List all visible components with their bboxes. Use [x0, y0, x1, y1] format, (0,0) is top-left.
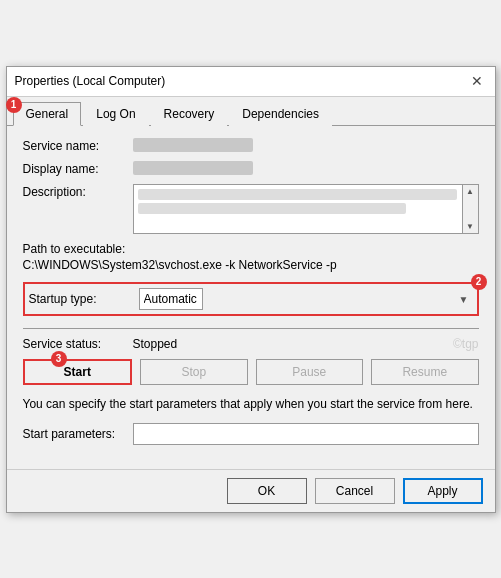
properties-window: Properties (Local Computer) ✕ 1 General … [6, 66, 496, 513]
display-name-blurred [133, 161, 253, 175]
status-label: Service status: [23, 337, 133, 351]
startup-label: Startup type: [29, 292, 139, 306]
display-name-value [133, 161, 479, 175]
title-bar: Properties (Local Computer) ✕ [7, 67, 495, 97]
params-input[interactable] [133, 423, 479, 445]
watermark: ©tgp [453, 337, 479, 351]
service-name-row: Service name: [23, 138, 479, 153]
pause-button[interactable]: Pause [256, 359, 364, 385]
status-row: Service status: Stopped ©tgp [23, 337, 479, 351]
startup-type-row: Startup type: Automatic Manual Disabled … [23, 282, 479, 316]
stop-button[interactable]: Stop [140, 359, 248, 385]
path-label: Path to executable: [23, 242, 479, 256]
chevron-down-icon: ▼ [459, 293, 469, 304]
path-section: Path to executable: C:\WINDOWS\System32\… [23, 242, 479, 272]
tab-dependencies[interactable]: Dependencies [229, 102, 332, 126]
divider [23, 328, 479, 329]
scroll-down-icon[interactable]: ▼ [466, 222, 474, 231]
content-area: Service name: Display name: Description:… [7, 126, 495, 469]
description-label: Description: [23, 184, 133, 199]
description-blurred [138, 189, 457, 200]
description-scrollbar[interactable]: ▲ ▼ [462, 185, 478, 233]
service-buttons-row: 3 Start Stop Pause Resume [23, 359, 479, 385]
tab-bar: 1 General Log On Recovery Dependencies [7, 97, 495, 126]
startup-select[interactable]: Automatic Manual Disabled [139, 288, 203, 310]
params-row: Start parameters: [23, 423, 479, 445]
window-title: Properties (Local Computer) [15, 74, 166, 88]
path-value: C:\WINDOWS\System32\svchost.exe -k Netwo… [23, 258, 479, 272]
badge-2: 2 [471, 274, 487, 290]
description-row: Description: ▲ ▼ [23, 184, 479, 234]
service-name-value [133, 138, 479, 152]
tab-logon[interactable]: Log On [83, 102, 148, 126]
description-box[interactable]: ▲ ▼ [133, 184, 479, 234]
scroll-up-icon[interactable]: ▲ [466, 187, 474, 196]
tab-general[interactable]: 1 General [13, 102, 82, 126]
tab-recovery[interactable]: Recovery [151, 102, 228, 126]
close-button[interactable]: ✕ [467, 71, 487, 91]
apply-button[interactable]: Apply [403, 478, 483, 504]
cancel-button[interactable]: Cancel [315, 478, 395, 504]
start-button[interactable]: Start [23, 359, 133, 385]
footer: OK Cancel Apply [7, 469, 495, 512]
display-name-label: Display name: [23, 161, 133, 176]
params-label: Start parameters: [23, 427, 133, 441]
badge-3: 3 [51, 351, 67, 367]
startup-select-wrapper: Automatic Manual Disabled ▼ [139, 288, 473, 310]
info-text: You can specify the start parameters tha… [23, 395, 479, 413]
service-name-label: Service name: [23, 138, 133, 153]
resume-button[interactable]: Resume [371, 359, 479, 385]
badge-1: 1 [6, 97, 22, 113]
display-name-row: Display name: [23, 161, 479, 176]
description-blurred2 [138, 203, 407, 214]
ok-button[interactable]: OK [227, 478, 307, 504]
service-name-blurred [133, 138, 253, 152]
status-value: Stopped [133, 337, 178, 351]
